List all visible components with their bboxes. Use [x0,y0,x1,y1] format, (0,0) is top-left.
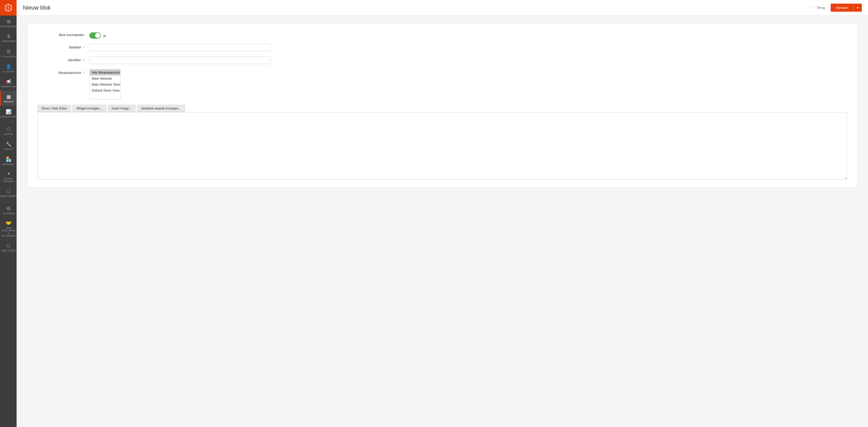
sidebar-divider-1 [3,122,13,122]
header: Nieuw blok ← Terug Opslaan ▼ [17,0,868,16]
sidebar-logo[interactable] [0,0,17,16]
bloktitel-label: Bloktitel * [37,44,89,49]
editor-section: Show / Hide Editor Widget invoegen... In… [37,105,847,179]
back-label: Terug [816,6,825,9]
identifier-input[interactable] [89,57,271,64]
winkelaanzicht-label: Winkelaanzicht * [37,69,89,75]
widget-invoegen-button[interactable]: Widget invoegen... [72,105,106,112]
sidebar-divider-2 [3,201,13,202]
show-hide-editor-button[interactable]: Show / Hide Editor [37,105,71,112]
klanten-icon: 👤 [6,64,12,69]
nwdthemes-icon: ⬡ [6,188,11,194]
sidebar-item-marketing[interactable]: 📢 MARKETING [0,76,17,91]
form-row-bloktitel: Bloktitel * [37,44,847,51]
form-row-winkelaanzicht: Winkelaanzicht * Alle Winkelaanzichten M… [37,69,847,99]
catalogus-icon: ☰ [6,49,11,55]
sidebar-item-vind-partners[interactable]: 🤝 VIND PARTNERS & EXTENSIES [0,218,17,240]
store-option-main-website-store[interactable]: Main Website Store [90,82,120,87]
blok-inschakelen-control: ja [89,31,271,39]
form-section: Blok inschakelen ja Bloktitel * [27,23,858,188]
winkelaanzicht-control: Alle Winkelaanzichten Main Website Main … [89,69,271,99]
save-dropdown-button[interactable]: ▼ [854,4,862,12]
systeem-icon: ⚙ [6,206,11,211]
sidebar-item-porto[interactable]: ⬡ PORTO [0,123,17,138]
sidebar-item-klanten[interactable]: 👤 KLANTEN [0,61,17,76]
sidebar-item-amasty[interactable]: 🔧 AMASTY [0,138,17,153]
bloktitel-control [89,44,271,51]
sidebar-item-nwdthemes[interactable]: ⬡ NWDTHEMES [0,185,17,200]
save-button-group: Opslaan ▼ [831,4,862,12]
inhoud-icon: ▦ [6,94,11,99]
sidebar-item-systeem[interactable]: ⚙ SYSTEEM [0,203,17,218]
blok-inschakelen-toggle[interactable] [89,32,101,39]
store-option-main-website[interactable]: Main Website [90,76,120,82]
magic-toolbox-icon: ✦ [7,171,11,177]
identifier-required: * [83,58,84,62]
winkelaanzicht-required: * [83,71,84,75]
sidebar-item-dashboard[interactable]: ⊞ DASHBOARD [0,16,17,31]
sidebar-item-rapportages[interactable]: 📊 RAPPORTAGES [0,106,17,121]
dashboard-icon: ⊞ [7,19,11,24]
identifier-control [89,57,271,64]
form-row-blok-inschakelen: Blok inschakelen ja [37,31,847,39]
blok-inschakelen-label: Blok inschakelen [37,31,89,37]
porto-icon: ⬡ [6,126,11,132]
marketing-icon: 📢 [6,79,12,85]
bloktitel-input[interactable] [89,44,271,51]
sidebar-item-magic-toolbox[interactable]: ✦ MAGIC TOOLBOX [0,168,17,185]
insert-image-button[interactable]: Insert Image... [108,105,135,112]
vind-partners-icon: 🤝 [6,220,12,226]
identifier-label: Identifier * [37,57,89,62]
sidebar-item-inhoud[interactable]: ▦ INHOUD [0,91,17,106]
editor-toolbar: Show / Hide Editor Widget invoegen... In… [37,105,847,112]
content-editor[interactable] [37,112,847,179]
winkelaanzicht-select[interactable]: Alle Winkelaanzichten Main Website Main … [89,69,121,99]
back-arrow-icon: ← [812,6,815,9]
sidebar-item-weltpixel[interactable]: ⬡ WELTPIXEL [0,240,17,255]
sidebar-item-winkels[interactable]: 🏪 WINKELS [0,153,17,168]
weltpixel-icon: ⬡ [6,243,11,249]
back-button[interactable]: ← Terug [809,4,828,11]
bloktitel-required: * [83,46,84,49]
page-title: Nieuw blok [23,4,51,11]
amasty-icon: 🔧 [6,141,12,147]
winkels-icon: 🏪 [6,156,12,162]
sidebar-item-verkopen[interactable]: $ VERKOPEN [0,31,17,46]
content-area: Blok inschakelen ja Bloktitel * [17,16,868,427]
toggle-wrapper: ja [89,31,271,39]
store-option-alle[interactable]: Alle Winkelaanzichten [90,69,120,76]
form-row-identifier: Identifier * [37,57,847,64]
toggle-value-label: ja [103,34,106,38]
save-button[interactable]: Opslaan [831,4,854,12]
main-content: Nieuw blok ← Terug Opslaan ▼ Blok inscha… [17,0,868,427]
sidebar-item-catalogus[interactable]: ☰ CATALOGUS [0,46,17,61]
verkopen-icon: $ [7,34,10,39]
rapportages-icon: 📊 [6,109,12,115]
variable-waarde-button[interactable]: Variabele waarde invoegen... [137,105,185,112]
sidebar: ⊞ DASHBOARD $ VERKOPEN ☰ CATALOGUS 👤 KLA… [0,0,17,427]
store-option-default-store-view[interactable]: Default Store View [90,87,120,93]
header-actions: ← Terug Opslaan ▼ [809,4,862,12]
